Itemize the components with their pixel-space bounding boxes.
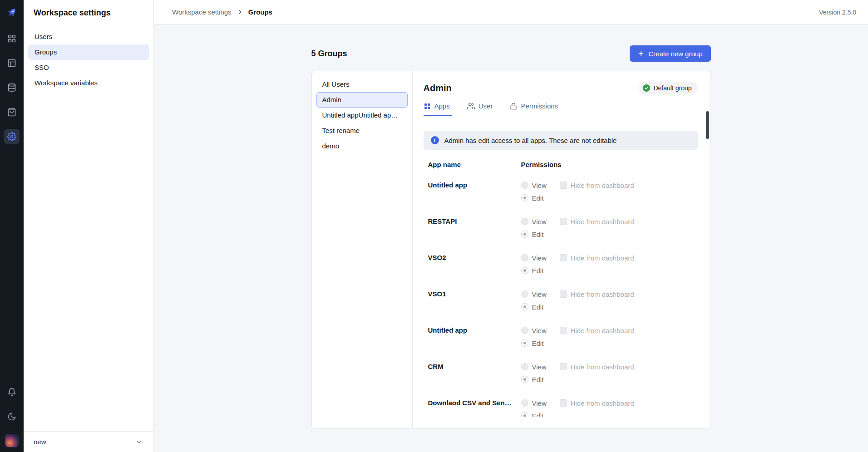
view-label: View — [532, 363, 547, 371]
create-group-label: Create new group — [648, 50, 702, 58]
permissions-cell: View Hide from dashboard Edit — [521, 398, 634, 417]
table-row: Untitled app View Hide from dashboard Ed… — [424, 320, 698, 357]
view-label: View — [532, 182, 547, 189]
apps-table-header: App name Permissions — [424, 161, 698, 175]
breadcrumb-root[interactable]: Workspace settings — [172, 8, 232, 16]
create-group-button[interactable]: Create new group — [630, 45, 710, 62]
group-list: All Users Admin Untitled appUntitled app… — [312, 71, 413, 428]
table-row: Untitled app View Hide from dashboard Ed… — [424, 175, 698, 211]
bell-icon[interactable] — [5, 385, 19, 399]
table-row: CRM View Hide from dashboard Edit — [424, 357, 698, 393]
view-label: View — [532, 327, 547, 334]
tab-user[interactable]: User — [467, 100, 495, 116]
info-icon: i — [431, 136, 439, 144]
database-icon[interactable] — [4, 80, 20, 95]
sidebar-title: Workspace settings — [24, 0, 153, 18]
user-avatar[interactable] — [5, 434, 19, 447]
edit-label: Edit — [532, 303, 544, 311]
permissions-cell: View Hide from dashboard Edit — [521, 326, 634, 348]
tooljet-logo[interactable] — [5, 6, 18, 19]
version-label: Version 2.5.0 — [819, 9, 856, 16]
settings-gear-icon[interactable] — [4, 129, 20, 144]
column-app-name: App name — [428, 161, 521, 168]
hide-from-dashboard-label: Hide from dashboard — [571, 363, 634, 371]
view-radio[interactable] — [521, 254, 528, 261]
tab-apps-label: Apps — [434, 102, 450, 110]
group-detail-panel: Admin Default group — [413, 71, 710, 428]
hide-from-dashboard-checkbox[interactable] — [560, 327, 567, 334]
permissions-cell: View Hide from dashboard Edit — [521, 253, 634, 275]
group-title: Admin — [424, 83, 452, 93]
view-radio[interactable] — [521, 218, 528, 225]
tab-apps[interactable]: Apps — [424, 100, 452, 116]
view-radio[interactable] — [521, 363, 528, 370]
view-radio[interactable] — [521, 399, 528, 407]
rail-bottom — [5, 385, 19, 447]
hide-from-dashboard-checkbox[interactable] — [560, 399, 567, 407]
topbar: Workspace settings Groups Version 2.5.0 — [154, 0, 868, 25]
view-radio[interactable] — [521, 327, 528, 334]
tab-permissions[interactable]: Permissions — [510, 100, 560, 116]
group-item-untitled[interactable]: Untitled appUntitled appUntitle… — [316, 108, 408, 123]
chevron-down-icon — [135, 438, 143, 446]
scrollbar-thumb[interactable] — [706, 111, 709, 139]
workspace-name: new — [34, 438, 46, 446]
hide-from-dashboard-label: Hide from dashboard — [571, 327, 634, 334]
edit-label: Edit — [532, 194, 544, 202]
group-item-test-rename[interactable]: Test rename — [316, 123, 408, 138]
sidebar-item-groups[interactable]: Groups — [28, 44, 149, 60]
groups-card: All Users Admin Untitled appUntitled app… — [311, 71, 711, 429]
users-icon — [467, 102, 475, 110]
edit-radio[interactable] — [521, 412, 528, 417]
layout-icon[interactable] — [4, 55, 20, 71]
hide-from-dashboard-checkbox[interactable] — [560, 182, 567, 189]
breadcrumb-current: Groups — [248, 8, 272, 16]
edit-radio[interactable] — [521, 339, 528, 347]
default-group-badge: Default group — [639, 82, 697, 94]
hide-from-dashboard-checkbox[interactable] — [560, 290, 567, 298]
permissions-cell: View Hide from dashboard Edit — [521, 362, 634, 384]
edit-radio[interactable] — [521, 231, 528, 238]
hide-from-dashboard-label: Hide from dashboard — [571, 399, 634, 407]
view-radio[interactable] — [521, 290, 528, 298]
workspace-switcher[interactable]: new — [24, 431, 153, 452]
edit-radio[interactable] — [521, 303, 528, 310]
hide-from-dashboard-checkbox[interactable] — [560, 254, 567, 261]
edit-radio[interactable] — [521, 376, 528, 383]
edit-label: Edit — [532, 339, 544, 347]
info-banner: i Admin has edit access to all apps. The… — [424, 131, 698, 150]
permissions-cell: View Hide from dashboard Edit — [521, 217, 634, 239]
permissions-cell: View Hide from dashboard Edit — [521, 290, 634, 311]
group-item-demo[interactable]: demo — [316, 138, 408, 154]
rail-nav — [4, 31, 20, 144]
hide-from-dashboard-checkbox[interactable] — [560, 363, 567, 370]
sidebar-item-sso[interactable]: SSO — [28, 60, 149, 75]
hide-from-dashboard-label: Hide from dashboard — [571, 182, 634, 189]
app-name: Downlaod CSV and Send attac… — [428, 398, 521, 417]
edit-radio[interactable] — [521, 194, 528, 201]
table-row: VSO1 View Hide from dashboard Edit — [424, 284, 698, 320]
edit-label: Edit — [532, 267, 544, 275]
apps-grid-icon — [424, 103, 431, 110]
settings-sidebar: Workspace settings Users Groups SSO Work… — [24, 0, 154, 452]
group-item-admin[interactable]: Admin — [316, 92, 408, 108]
marketplace-icon[interactable] — [4, 104, 20, 120]
app-rail — [0, 0, 24, 452]
view-label: View — [532, 218, 547, 226]
column-permissions: Permissions — [521, 161, 562, 168]
hide-from-dashboard-label: Hide from dashboard — [571, 254, 634, 262]
chevron-right-icon — [237, 9, 243, 15]
moon-icon[interactable] — [5, 409, 19, 424]
hide-from-dashboard-checkbox[interactable] — [560, 218, 567, 225]
info-banner-text: Admin has edit access to all apps. These… — [444, 137, 617, 144]
view-radio[interactable] — [521, 182, 528, 189]
sidebar-item-users[interactable]: Users — [28, 29, 149, 44]
app-name: VSO1 — [428, 290, 521, 311]
table-row: Downlaod CSV and Send attac… View Hide f… — [424, 393, 698, 417]
table-row: RESTAPI View Hide from dashboard Edit — [424, 211, 698, 248]
hide-from-dashboard-label: Hide from dashboard — [571, 218, 634, 226]
apps-grid-icon[interactable] — [4, 31, 20, 46]
edit-radio[interactable] — [521, 267, 528, 274]
sidebar-item-workspace-variables[interactable]: Workspace variables — [28, 75, 149, 91]
group-item-all-users[interactable]: All Users — [316, 77, 408, 92]
